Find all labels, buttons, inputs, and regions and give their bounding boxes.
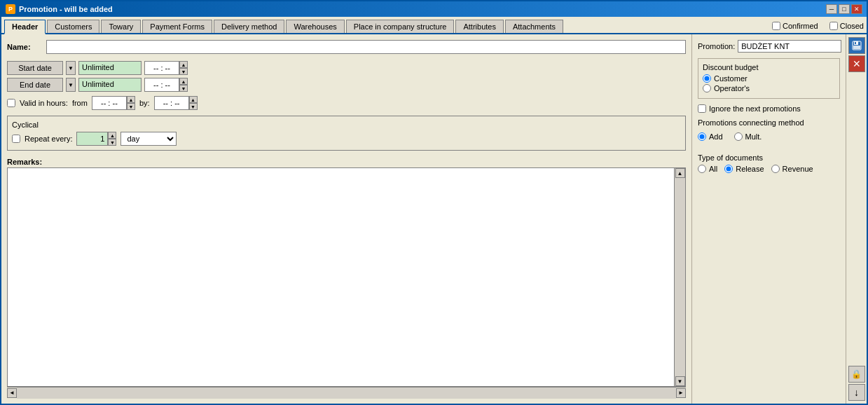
start-date-display: Unlimited <box>78 61 142 75</box>
tab-delivery-method[interactable]: Delivery method <box>214 20 284 33</box>
promotion-row: Promotion: <box>698 40 840 53</box>
remarks-textarea[interactable] <box>8 168 685 386</box>
name-input[interactable] <box>46 40 686 54</box>
all-radio-label[interactable]: All <box>698 165 717 173</box>
scroll-left-arrow[interactable]: ◄ <box>7 388 17 398</box>
remarks-scrollbar-v[interactable]: ▲ ▼ <box>674 168 685 386</box>
mult-radio-label[interactable]: Mult. <box>734 132 762 141</box>
app-icon: P <box>6 4 15 14</box>
repeat-checkbox[interactable] <box>12 135 20 143</box>
doc-type-title: Type of documents <box>698 153 840 162</box>
discount-budget-box: Discount budget Customer Operator's <box>698 58 840 99</box>
end-time-up[interactable]: ▲ <box>179 78 188 85</box>
closed-checkbox[interactable] <box>829 22 838 30</box>
ignore-label: Ignore the next promotions <box>709 104 801 113</box>
from-time-down[interactable]: ▼ <box>127 103 135 110</box>
confirmed-checkbox[interactable] <box>772 22 780 30</box>
release-radio[interactable] <box>724 165 733 173</box>
valid-hours-checkbox[interactable] <box>7 99 15 107</box>
end-time-down[interactable]: ▼ <box>179 85 188 92</box>
tab-attributes[interactable]: Attributes <box>455 20 503 33</box>
start-time-up[interactable]: ▲ <box>179 61 188 68</box>
by-time-spinner: ▲ ▼ <box>189 96 198 110</box>
revenue-radio-label[interactable]: Revenue <box>771 165 813 173</box>
start-date-button[interactable]: Start date <box>7 61 63 75</box>
from-time-container: ▲ ▼ <box>92 96 135 110</box>
valid-hours-row: Valid in hours: from ▲ ▼ by: <box>7 96 686 110</box>
title-controls: ─ □ ✕ <box>826 4 862 14</box>
customer-radio[interactable] <box>703 74 711 83</box>
customer-radio-label: Customer <box>714 74 748 83</box>
scroll-down-arrow[interactable]: ▼ <box>675 376 685 386</box>
tab-attachments[interactable]: Attachments <box>505 20 563 33</box>
operators-radio-row: Operator's <box>703 84 835 92</box>
repeat-row: Repeat every: ▲ ▼ day week <box>12 132 681 146</box>
tab-payment-forms[interactable]: Payment Forms <box>142 20 212 33</box>
main-window: P Promotion - will be added ─ □ ✕ Header… <box>0 0 868 405</box>
save-button[interactable] <box>848 37 865 54</box>
add-radio-label[interactable]: Add <box>698 132 723 141</box>
start-time-down[interactable]: ▼ <box>179 68 188 75</box>
tab-header[interactable]: Header <box>4 20 46 34</box>
tab-towary[interactable]: Towary <box>101 20 141 33</box>
ignore-row: Ignore the next promotions <box>698 104 840 113</box>
cyclical-title: Cyclical <box>12 121 681 129</box>
start-time-input[interactable] <box>144 61 179 75</box>
header-options: Confirmed Closed <box>772 22 864 33</box>
end-date-button[interactable]: End date <box>7 78 63 92</box>
from-time-input[interactable] <box>92 96 127 110</box>
end-time-input[interactable] <box>144 78 179 92</box>
add-radio[interactable] <box>698 132 706 141</box>
closed-checkbox-label[interactable]: Closed <box>829 22 864 30</box>
start-time-spinner: ▲ ▼ <box>179 61 188 75</box>
sidebar-buttons: ✕ 🔒 ↓ <box>846 34 867 404</box>
add-label: Add <box>709 132 723 141</box>
remarks-container: ▲ ▼ <box>7 167 686 387</box>
lock-button[interactable]: 🔒 <box>848 366 865 383</box>
remarks-scrollbar-h[interactable]: ◄ ► <box>7 387 686 398</box>
repeat-value-input[interactable] <box>76 132 108 146</box>
tab-warehouses[interactable]: Warehouses <box>286 20 344 33</box>
by-time-down[interactable]: ▼ <box>189 103 198 110</box>
ignore-checkbox[interactable] <box>698 104 706 113</box>
close-button[interactable]: ✕ <box>851 4 862 14</box>
repeat-down[interactable]: ▼ <box>108 139 116 146</box>
customer-radio-row: Customer <box>703 74 835 83</box>
from-time-up[interactable]: ▲ <box>127 96 135 103</box>
release-label: Release <box>736 165 764 173</box>
revenue-radio[interactable] <box>771 165 780 173</box>
day-select[interactable]: day week month <box>120 132 177 146</box>
all-radio[interactable] <box>698 165 706 173</box>
repeat-up[interactable]: ▲ <box>108 132 116 139</box>
end-date-arrow[interactable]: ▼ <box>66 78 76 92</box>
closed-label: Closed <box>840 22 864 30</box>
all-label: All <box>709 165 717 173</box>
promotion-value[interactable] <box>738 40 841 53</box>
by-time-container: ▲ ▼ <box>154 96 198 110</box>
date-section: Start date ▼ Unlimited ▲ ▼ <box>7 61 686 92</box>
by-time-input[interactable] <box>154 96 189 110</box>
maximize-button[interactable]: □ <box>839 4 850 14</box>
tab-customers[interactable]: Customers <box>47 20 99 33</box>
start-date-arrow[interactable]: ▼ <box>66 61 76 75</box>
by-time-up[interactable]: ▲ <box>189 96 198 103</box>
name-row: Name: <box>7 40 686 54</box>
svg-rect-2 <box>853 46 860 49</box>
release-radio-label[interactable]: Release <box>724 165 764 173</box>
confirmed-checkbox-label[interactable]: Confirmed <box>772 22 818 30</box>
down-arrow-button[interactable]: ↓ <box>848 384 865 401</box>
operators-radio[interactable] <box>703 84 711 92</box>
name-label: Name: <box>7 43 42 51</box>
form-left: Name: Start date ▼ Unlimited ▲ <box>1 34 691 404</box>
mult-radio[interactable] <box>734 132 743 141</box>
tab-place-company[interactable]: Place in company structure <box>346 20 455 33</box>
cancel-button[interactable]: ✕ <box>848 55 865 72</box>
scroll-right-arrow[interactable]: ► <box>676 388 686 398</box>
minimize-button[interactable]: ─ <box>826 4 837 14</box>
scroll-up-arrow[interactable]: ▲ <box>675 168 685 178</box>
operators-radio-label: Operator's <box>714 84 750 92</box>
window-body: Header Customers Towary Payment Forms De… <box>1 17 867 404</box>
repeat-value-container: ▲ ▼ <box>76 132 116 146</box>
title-bar-left: P Promotion - will be added <box>6 4 113 14</box>
method-radios: Add Mult. <box>698 132 840 142</box>
